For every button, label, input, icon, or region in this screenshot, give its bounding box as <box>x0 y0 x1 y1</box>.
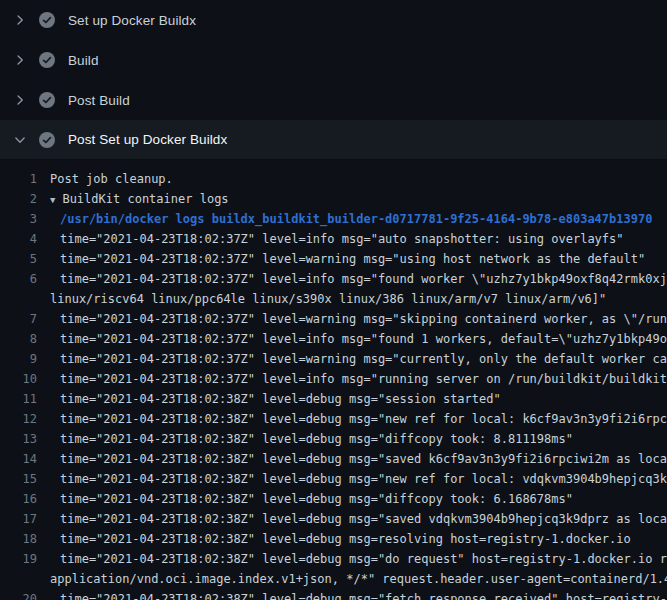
step-header-post-set-up-docker-buildx[interactable]: Post Set up Docker Buildx <box>0 120 667 160</box>
log-text: ▼time="2021-04-23T18:02:37Z" level=warni… <box>37 309 667 329</box>
line-number[interactable]: 15 <box>0 469 37 489</box>
line-number[interactable]: 8 <box>0 329 37 349</box>
log-line: 1 ▼Post job cleanup. <box>0 169 667 189</box>
log-line: 6 ▼time="2021-04-23T18:02:37Z" level=inf… <box>0 269 667 289</box>
log-text: ▼time="2021-04-23T18:02:37Z" level=info … <box>37 369 667 389</box>
line-number[interactable]: 18 <box>0 529 37 549</box>
log-line: 14 ▼time="2021-04-23T18:02:38Z" level=de… <box>0 449 667 469</box>
log-line: 2 ▼BuildKit container logs <box>0 189 667 209</box>
step-title: Build <box>68 53 99 68</box>
log-line: 12 ▼time="2021-04-23T18:02:38Z" level=de… <box>0 409 667 429</box>
step-title: Set up Docker Buildx <box>68 13 196 28</box>
step-header-set-up-docker-buildx[interactable]: Set up Docker Buildx <box>0 0 667 40</box>
log-text: ▼time="2021-04-23T18:02:37Z" level=warni… <box>37 349 667 369</box>
log-line: 8 ▼time="2021-04-23T18:02:37Z" level=inf… <box>0 329 667 349</box>
line-number[interactable]: 4 <box>0 229 37 249</box>
line-number[interactable]: 7 <box>0 309 37 329</box>
chevron-right-icon[interactable] <box>13 93 27 107</box>
chevron-right-icon[interactable] <box>13 53 27 67</box>
log-line: 11 ▼time="2021-04-23T18:02:38Z" level=de… <box>0 389 667 409</box>
chevron-right-icon[interactable] <box>13 13 27 27</box>
log-text: ▼time="2021-04-23T18:02:38Z" level=debug… <box>37 449 667 469</box>
log-text: ▼time="2021-04-23T18:02:38Z" level=debug… <box>37 509 667 529</box>
workflow-log-viewer: Set up Docker Buildx Build Post Build Po… <box>0 0 667 600</box>
log-text: ▼time="2021-04-23T18:02:37Z" level=info … <box>37 269 667 289</box>
step-title: Post Build <box>68 93 130 108</box>
log-text: ▼time="2021-04-23T18:02:38Z" level=debug… <box>37 489 573 509</box>
log-line: 19 ▼time="2021-04-23T18:02:38Z" level=de… <box>0 549 667 569</box>
step-header-build[interactable]: Build <box>0 40 667 80</box>
log-text: ▼/usr/bin/docker logs buildx_buildkit_bu… <box>37 209 652 229</box>
log-line: ▼linux/riscv64 linux/ppc64le linux/s390x… <box>0 289 667 309</box>
line-number[interactable]: 13 <box>0 429 37 449</box>
log-text: ▼time="2021-04-23T18:02:38Z" level=debug… <box>37 409 667 429</box>
log-text: ▼time="2021-04-23T18:02:37Z" level=info … <box>37 229 624 249</box>
line-number[interactable] <box>0 289 37 309</box>
log-text: ▼BuildKit container logs <box>37 189 229 209</box>
log-text: ▼time="2021-04-23T18:02:38Z" level=debug… <box>37 429 573 449</box>
log-line: 7 ▼time="2021-04-23T18:02:37Z" level=war… <box>0 309 667 329</box>
log-text: ▼time="2021-04-23T18:02:38Z" level=debug… <box>37 469 667 489</box>
line-number[interactable]: 11 <box>0 389 37 409</box>
check-circle-icon <box>39 132 55 148</box>
log-line: 10 ▼time="2021-04-23T18:02:37Z" level=in… <box>0 369 667 389</box>
log-text: ▼application/vnd.oci.image.index.v1+json… <box>37 569 667 589</box>
log-text: ▼time="2021-04-23T18:02:37Z" level=warni… <box>37 249 645 269</box>
check-circle-icon <box>39 12 55 28</box>
line-number[interactable]: 20 <box>0 589 37 600</box>
log-line: 5 ▼time="2021-04-23T18:02:37Z" level=war… <box>0 249 667 269</box>
line-number[interactable]: 10 <box>0 369 37 389</box>
group-caret-icon[interactable]: ▼ <box>50 195 55 205</box>
log-line: 18 ▼time="2021-04-23T18:02:38Z" level=de… <box>0 529 667 549</box>
log-text: ▼Post job cleanup. <box>37 169 173 189</box>
line-number[interactable]: 19 <box>0 549 37 569</box>
step-header-post-build[interactable]: Post Build <box>0 80 667 120</box>
log-text: ▼time="2021-04-23T18:02:38Z" level=debug… <box>37 589 667 600</box>
log-text: ▼time="2021-04-23T18:02:38Z" level=debug… <box>37 549 667 569</box>
log-line: 3 ▼/usr/bin/docker logs buildx_buildkit_… <box>0 209 667 229</box>
log-text: ▼time="2021-04-23T18:02:37Z" level=info … <box>37 329 667 349</box>
line-number[interactable]: 14 <box>0 449 37 469</box>
log-line: 13 ▼time="2021-04-23T18:02:38Z" level=de… <box>0 429 667 449</box>
log-line: 9 ▼time="2021-04-23T18:02:37Z" level=war… <box>0 349 667 369</box>
log-line: 15 ▼time="2021-04-23T18:02:38Z" level=de… <box>0 469 667 489</box>
log-body: 1 ▼Post job cleanup. 2 ▼BuildKit contain… <box>0 160 667 600</box>
log-line: 4 ▼time="2021-04-23T18:02:37Z" level=inf… <box>0 229 667 249</box>
line-number[interactable]: 3 <box>0 209 37 229</box>
line-number[interactable]: 16 <box>0 489 37 509</box>
log-line: ▼application/vnd.oci.image.index.v1+json… <box>0 569 667 589</box>
log-line: 17 ▼time="2021-04-23T18:02:38Z" level=de… <box>0 509 667 529</box>
line-number[interactable]: 1 <box>0 169 37 189</box>
line-number[interactable]: 6 <box>0 269 37 289</box>
line-number[interactable]: 17 <box>0 509 37 529</box>
check-circle-icon <box>39 92 55 108</box>
line-number[interactable] <box>0 569 37 589</box>
line-number[interactable]: 12 <box>0 409 37 429</box>
log-line: 20 ▼time="2021-04-23T18:02:38Z" level=de… <box>0 589 667 600</box>
steps-list: Set up Docker Buildx Build Post Build Po… <box>0 0 667 160</box>
line-number[interactable]: 5 <box>0 249 37 269</box>
check-circle-icon <box>39 52 55 68</box>
log-line: 16 ▼time="2021-04-23T18:02:38Z" level=de… <box>0 489 667 509</box>
chevron-down-icon[interactable] <box>13 133 27 147</box>
log-text: ▼linux/riscv64 linux/ppc64le linux/s390x… <box>37 289 606 309</box>
line-number[interactable]: 9 <box>0 349 37 369</box>
log-text: ▼time="2021-04-23T18:02:38Z" level=debug… <box>37 529 631 549</box>
line-number[interactable]: 2 <box>0 189 37 209</box>
log-text: ▼time="2021-04-23T18:02:38Z" level=debug… <box>37 389 501 409</box>
step-title: Post Set up Docker Buildx <box>68 132 227 147</box>
